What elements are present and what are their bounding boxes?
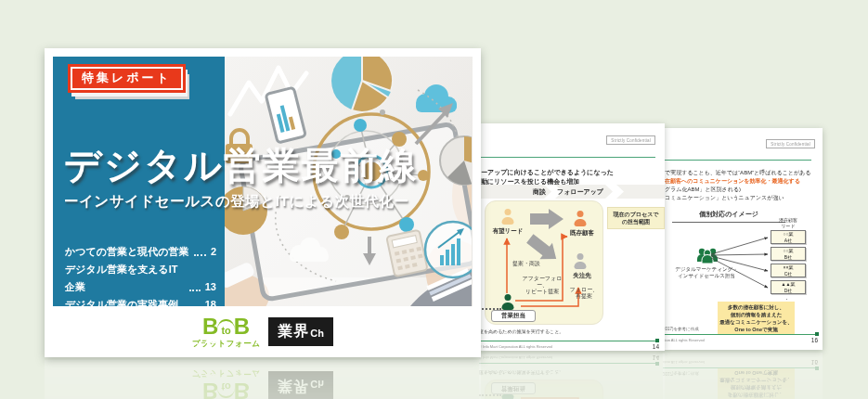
- process-step-shape: [616, 185, 665, 199]
- feature-report-badge: 特集レポート: [68, 64, 186, 93]
- footer-rule: [479, 341, 657, 341]
- toc-label: デジタル営業を支えるIT企業: [65, 261, 185, 296]
- lost-label: 失注先: [564, 272, 601, 278]
- toc-label: デジタル営業の実践事例: [65, 296, 178, 314]
- highlight-note-box: 多数の潜在顧客に対し、 個別の情報を踏まえた 最適なコミュニケーションを、 On…: [718, 302, 795, 335]
- body-text-highlight: 在顧客へのコミュニケーションを効率化・最適化する: [665, 177, 800, 186]
- report-cover[interactable]: 特集レポート かつての営業と現代の営業 2 デジタル営業を支えるIT企業 13 …: [45, 48, 481, 357]
- one-to-one-arrows: [663, 221, 821, 300]
- copyright-text: © Info Mart Corporation ALL rights Reser…: [479, 344, 552, 349]
- smartphone-chart-icon: [266, 87, 305, 143]
- slide-page-16[interactable]: Strictly Confidential で実現することも、近年では“ABM”…: [663, 128, 823, 350]
- toc-row: デジタル営業を支えるIT企業 13: [65, 261, 216, 296]
- confidential-badge: Strictly Confidential: [606, 135, 655, 145]
- process-step-label: フォローアップ: [557, 187, 603, 197]
- toc-leader-dots: [189, 342, 201, 344]
- lead-label: 有望リード: [487, 227, 528, 234]
- sales-process-diagram: 有望リード 既存顧客 失注先 営業担当 提案・商談 アフターフォロー、 リピート…: [485, 200, 603, 325]
- logo-to-arc: to: [220, 326, 231, 338]
- toc-row: かつての営業と現代の営業 2: [65, 243, 216, 261]
- cover-blue-panel: 特集レポート かつての営業と現代の営業 2 デジタル営業を支えるIT企業 13 …: [53, 57, 225, 306]
- body-text-line: コミュニケーション」というニュアンスが強い: [665, 194, 784, 202]
- person-icon-lost: [573, 253, 588, 269]
- report-preview-stage: Strictly Confidential で実現することも、近年では“ABM”…: [0, 0, 868, 399]
- person-icon-lead: [500, 209, 515, 225]
- body-text-line: ーアップに向けることができるようになった: [481, 168, 614, 177]
- body-text-line: で実現することも、近年では“ABM”と呼ばれることがある: [665, 169, 810, 177]
- gyokai-sub-text: Ch: [310, 328, 324, 339]
- header-rule: [479, 157, 655, 158]
- table-of-contents: かつての営業と現代の営業 2 デジタル営業を支えるIT企業 13 デジタル営業の…: [65, 243, 216, 349]
- cover-photo: [225, 57, 473, 306]
- cover-body: 特集レポート かつての営業と現代の営業 2 デジタル営業を支えるIT企業 13 …: [53, 57, 473, 306]
- growth-chart-icon: [425, 222, 472, 277]
- gyokai-main-text: 業界: [278, 324, 309, 339]
- page-number: 14: [653, 343, 659, 350]
- person-icon-existing: [573, 211, 588, 226]
- toc-row: デジタル営業の実践事例 18: [65, 296, 216, 314]
- sales-label-box: 営業担当: [491, 310, 536, 322]
- source-note: 2017)を参考に作成: [663, 327, 699, 331]
- existing-label: 既存顧客: [560, 229, 604, 236]
- toc-leader-dots: [183, 307, 200, 309]
- confidential-badge: Strictly Confidential: [766, 139, 815, 148]
- toc-row: 営業デジタル化の今後の方向性 21: [65, 314, 216, 349]
- toc-label: 営業デジタル化の今後の方向性: [65, 314, 185, 349]
- boundary-dotted-line: [479, 308, 501, 310]
- person-icon-sales: [500, 294, 515, 310]
- bottom-note: 度を高めるための施策を実行すること。: [479, 328, 564, 334]
- logo-letter: B: [234, 315, 250, 338]
- body-text-line: グラム化ABM」と区別される): [665, 186, 741, 194]
- gyokai-ch-logo: 業界 Ch: [268, 317, 333, 346]
- footer-rule: [663, 334, 815, 335]
- process-step-label: 商談: [516, 187, 563, 197]
- footer-rule-dot: [815, 332, 819, 336]
- toc-page: 13: [205, 278, 216, 296]
- toc-leader-dots: [194, 254, 206, 256]
- toc-leader-dots: [189, 290, 201, 291]
- arrow-label-propose: 提案・商談: [510, 261, 543, 267]
- calculator-icon: [386, 230, 427, 277]
- copyright-text: © Info Mart Corporation ALL rights Reser…: [663, 338, 705, 342]
- toc-page: 2: [211, 243, 216, 261]
- arrow-label-follow: フォロー、 再提案: [567, 287, 601, 300]
- arrow-label-after: アフターフォロー、 リピート提案: [519, 276, 565, 295]
- page-number: 16: [811, 337, 818, 343]
- pie-chart-top: [331, 57, 393, 112]
- flow-arrow-right: [530, 209, 564, 229]
- scope-note-box: 現在のプロセスで の担当範囲: [607, 207, 665, 229]
- slide-page-14[interactable]: Strictly Confidential ーアップに向けることができるようにな…: [479, 123, 665, 351]
- lock-icon: [226, 130, 253, 163]
- toc-page: 21: [205, 331, 216, 349]
- cover-photo-illustration: [225, 57, 472, 306]
- toc-page: 18: [205, 296, 216, 314]
- footer-rule-dot: [655, 339, 659, 342]
- toc-label: かつての営業と現代の営業: [65, 243, 189, 261]
- header-rule: [663, 160, 811, 161]
